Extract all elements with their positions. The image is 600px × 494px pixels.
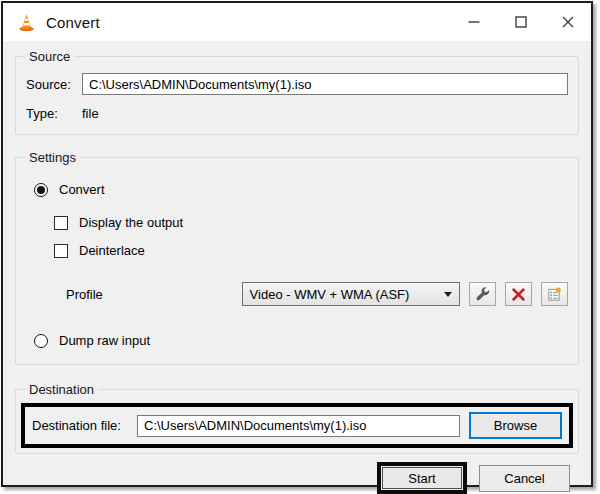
source-field-label: Source: <box>26 77 82 92</box>
profile-label: Profile <box>66 287 242 302</box>
source-type-label: Type: <box>26 106 82 121</box>
maximize-button[interactable] <box>497 3 544 41</box>
profile-row: Profile Video - WMV + WMA (ASF) <box>66 282 568 306</box>
browse-button[interactable]: Browse <box>469 412 562 439</box>
convert-radio-label: Convert <box>59 182 105 197</box>
dump-raw-input-label: Dump raw input <box>59 333 150 348</box>
destination-group-label: Destination <box>25 382 98 397</box>
edit-profile-button[interactable] <box>469 282 496 306</box>
destination-path-input[interactable] <box>137 415 460 437</box>
display-output-checkbox-row: Display the output <box>54 215 568 230</box>
close-button[interactable] <box>544 3 591 41</box>
window-title: Convert <box>46 14 100 31</box>
deinterlace-label: Deinterlace <box>79 243 145 258</box>
display-output-checkbox[interactable] <box>54 216 68 230</box>
annotation-highlight-start: Start <box>377 462 467 494</box>
source-field-row: Source: <box>26 73 568 95</box>
maximize-icon <box>515 16 527 28</box>
source-group-label: Source <box>25 49 74 64</box>
dump-raw-input-radio[interactable] <box>34 334 48 348</box>
convert-radio[interactable] <box>34 183 48 197</box>
new-profile-list-icon <box>547 287 562 302</box>
annotation-highlight-destination: Destination file: Browse <box>21 403 573 448</box>
deinterlace-checkbox-row: Deinterlace <box>54 243 568 258</box>
start-button[interactable]: Start <box>382 467 462 489</box>
wrench-icon <box>475 287 490 302</box>
minimize-icon <box>468 16 480 28</box>
settings-groupbox: Settings Convert Display the output Dein… <box>15 157 579 365</box>
destination-file-label: Destination file: <box>32 418 128 433</box>
deinterlace-checkbox[interactable] <box>54 244 68 258</box>
profile-dropdown[interactable]: Video - WMV + WMA (ASF) <box>242 282 461 306</box>
settings-group-label: Settings <box>25 150 80 165</box>
convert-dialog-window: Convert Source Source: Type: file <box>1 1 593 487</box>
dump-raw-input-radio-row: Dump raw input <box>34 333 568 348</box>
dialog-body: Source Source: Type: file Settings Conve… <box>3 41 591 494</box>
red-x-icon <box>512 288 525 301</box>
display-output-label: Display the output <box>79 215 183 230</box>
cancel-button[interactable]: Cancel <box>479 465 570 492</box>
convert-radio-row: Convert <box>34 182 568 197</box>
source-path-input[interactable] <box>82 73 568 95</box>
action-buttons-row: Start Cancel <box>15 462 579 494</box>
chevron-down-icon <box>444 292 452 297</box>
vlc-cone-icon <box>16 12 37 33</box>
new-profile-button[interactable] <box>541 282 568 306</box>
window-controls <box>450 3 591 41</box>
destination-groupbox: Destination Destination file: Browse <box>15 389 579 454</box>
minimize-button[interactable] <box>450 3 497 41</box>
titlebar: Convert <box>3 3 591 41</box>
close-icon <box>562 16 574 28</box>
profile-dropdown-value: Video - WMV + WMA (ASF) <box>250 287 410 302</box>
source-groupbox: Source Source: Type: file <box>15 56 579 135</box>
source-type-row: Type: file <box>26 106 568 121</box>
delete-profile-button[interactable] <box>505 282 532 306</box>
source-type-value: file <box>82 106 99 121</box>
